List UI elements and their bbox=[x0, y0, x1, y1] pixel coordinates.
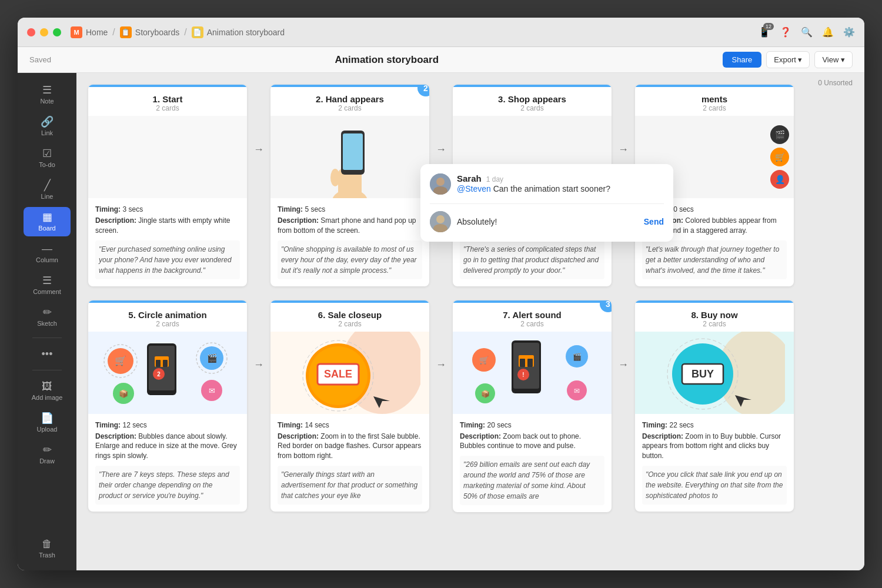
card1-subtitle: 2 cards bbox=[95, 104, 240, 112]
card4-subtitle: 2 cards bbox=[642, 104, 787, 112]
app-window: M Home / 📋 Storyboards / 📄 Animation sto… bbox=[18, 18, 864, 570]
storyboards-label: Storyboards bbox=[135, 28, 179, 37]
svg-text:🎬: 🎬 bbox=[207, 353, 218, 363]
comment-label: Comment bbox=[33, 288, 61, 295]
card-alert[interactable]: 3 7. Alert sound 2 cards bbox=[453, 300, 612, 513]
draw-icon: ✏ bbox=[43, 445, 52, 455]
svg-text:2: 2 bbox=[157, 371, 161, 377]
add-image-icon: 🖼 bbox=[42, 381, 52, 392]
card2-body: Timing: 5 secs Description: Smart phone … bbox=[270, 198, 429, 286]
draw-label: Draw bbox=[39, 457, 55, 465]
sidebar-item-trash[interactable]: 🗑 Trash bbox=[24, 534, 71, 563]
svg-rect-12 bbox=[149, 346, 175, 390]
avatar3: 👤 bbox=[770, 170, 789, 189]
device-badge: 12 bbox=[763, 23, 774, 30]
sidebar-item-line[interactable]: ╱ Line bbox=[24, 175, 71, 205]
card4-title: ments bbox=[642, 94, 787, 104]
svg-rect-14 bbox=[156, 360, 161, 367]
svg-text:SALE: SALE bbox=[324, 368, 352, 380]
sidebar-sep2 bbox=[32, 370, 62, 370]
sale-svg: SALE bbox=[279, 332, 420, 414]
settings-icon[interactable]: ⚙️ bbox=[843, 26, 855, 38]
home-label: Home bbox=[86, 28, 108, 37]
sketch-label: Sketch bbox=[37, 320, 57, 327]
card8-subtitle: 2 cards bbox=[642, 320, 787, 328]
titlebar-right: 📱 12 ❓ 🔍 🔔 ⚙️ bbox=[759, 26, 855, 38]
commenter-name: Sarah bbox=[457, 173, 482, 183]
sidebar-item-more[interactable]: ••• bbox=[24, 344, 71, 364]
sidebar-item-draw[interactable]: ✏ Draw bbox=[24, 440, 71, 469]
svg-text:🛒: 🛒 bbox=[479, 355, 489, 365]
breadcrumb-home[interactable]: M Home bbox=[71, 26, 108, 38]
sidebar-item-note[interactable]: ☰ Note bbox=[24, 80, 71, 109]
sidebar-item-comment[interactable]: ☰ Comment bbox=[24, 270, 71, 300]
close-button[interactable] bbox=[27, 28, 35, 36]
breadcrumb-storyboards[interactable]: 📋 Storyboards bbox=[120, 26, 179, 38]
minimize-button[interactable] bbox=[40, 28, 48, 36]
card3-quote: "There's a series of complicated steps t… bbox=[460, 240, 604, 279]
maximize-button[interactable] bbox=[53, 28, 61, 36]
sep2: / bbox=[184, 27, 186, 38]
sidebar-item-upload[interactable]: 📄 Upload bbox=[24, 408, 71, 437]
card-start[interactable]: 1. Start 2 cards Timing: 3 secs Descript… bbox=[88, 85, 247, 286]
avatar2: 🛒 bbox=[770, 148, 789, 166]
sidebar: ☰ Note 🔗 Link ☑ To-do ╱ Line ▦ Board — C… bbox=[18, 73, 76, 570]
sidebar-item-add-image[interactable]: 🖼 Add image bbox=[24, 376, 71, 406]
svg-text:BUY: BUY bbox=[691, 368, 714, 380]
card5-body: Timing: 12 secs Description: Bubbles dan… bbox=[88, 414, 247, 512]
comment-icon: ☰ bbox=[42, 275, 52, 286]
send-button[interactable]: Send bbox=[644, 217, 664, 226]
sidebar-item-sketch[interactable]: ✏ Sketch bbox=[24, 302, 71, 332]
card8-quote: "Once you click that sale link you end u… bbox=[642, 466, 787, 505]
card-circle[interactable]: 5. Circle animation 2 cards bbox=[88, 300, 247, 512]
view-button[interactable]: View ▾ bbox=[814, 51, 853, 68]
sep1: / bbox=[112, 27, 115, 38]
card6-body: Timing: 14 secs Description: Zoom in to … bbox=[270, 414, 429, 512]
sidebar-item-todo[interactable]: ☑ To-do bbox=[24, 143, 71, 173]
card-sale[interactable]: 6. Sale closeup 2 cards SALE bbox=[270, 300, 429, 512]
card3-subtitle: 2 cards bbox=[460, 104, 604, 112]
card3-title: 3. Shop appears bbox=[460, 94, 604, 104]
export-button[interactable]: Export ▾ bbox=[766, 51, 810, 68]
sidebar-item-board[interactable]: ▦ Board bbox=[24, 207, 71, 236]
svg-text:🛒: 🛒 bbox=[115, 355, 126, 366]
canvas[interactable]: 0 Unsorted 1. Start 2 cards Timing: 3 se… bbox=[76, 73, 864, 570]
card7-body: Timing: 20 secs Description: Zoom back o… bbox=[453, 414, 612, 513]
buy-svg: BUY bbox=[644, 332, 785, 414]
share-button[interactable]: Share bbox=[723, 52, 762, 68]
board-label: Board bbox=[38, 225, 55, 232]
toolbar: Saved Animation storyboard Share Export … bbox=[18, 47, 864, 73]
svg-point-2 bbox=[330, 169, 340, 186]
sidebar-item-link[interactable]: 🔗 Link bbox=[24, 112, 71, 141]
bell-icon[interactable]: 🔔 bbox=[822, 26, 834, 38]
card5-title: 5. Circle animation bbox=[95, 310, 240, 320]
help-icon[interactable]: ❓ bbox=[780, 26, 791, 38]
reply-input[interactable] bbox=[457, 217, 638, 226]
sidebar-item-column[interactable]: — Column bbox=[24, 239, 71, 268]
card-buy[interactable]: 8. Buy now 2 cards BUY bbox=[635, 300, 794, 512]
phone-hand-svg bbox=[326, 122, 373, 198]
avatar1: 🎬 bbox=[770, 125, 789, 144]
card4-quote: "Let's walk through that journey togethe… bbox=[642, 240, 787, 279]
upload-label: Upload bbox=[37, 426, 58, 433]
alert-svg: ! 🛒 🎬 📦 ✉ bbox=[462, 332, 603, 414]
search-icon[interactable]: 🔍 bbox=[801, 26, 813, 38]
arrow-6-7: → bbox=[429, 324, 453, 406]
card8-title: 8. Buy now bbox=[642, 310, 787, 320]
traffic-lights bbox=[27, 28, 61, 36]
card2-subtitle: 2 cards bbox=[278, 104, 422, 112]
comment-body: Can the animation start sooner? bbox=[493, 184, 610, 193]
card-hand[interactable]: 2 2. Hand appears 2 cards bbox=[270, 85, 429, 286]
steven-avatar bbox=[430, 211, 451, 232]
svg-rect-38 bbox=[520, 359, 525, 367]
card2-title: 2. Hand appears bbox=[278, 94, 422, 104]
card6-title: 6. Sale closeup bbox=[278, 310, 422, 320]
todo-label: To-do bbox=[39, 161, 55, 168]
card8-image: BUY bbox=[635, 332, 794, 414]
svg-point-6 bbox=[436, 178, 445, 186]
link-icon: 🔗 bbox=[41, 116, 54, 127]
arrow-5-6: → bbox=[247, 324, 270, 406]
breadcrumb-animation[interactable]: 📄 Animation storyboard bbox=[192, 26, 285, 38]
device-icon[interactable]: 📱 12 bbox=[759, 26, 770, 38]
card7-title: 7. Alert sound bbox=[460, 310, 604, 320]
